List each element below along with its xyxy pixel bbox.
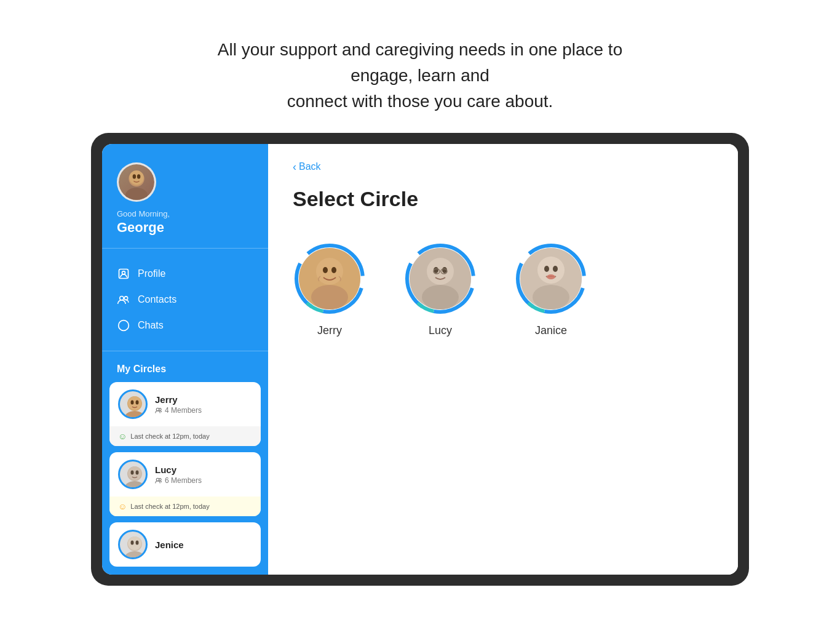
profile-icon: [117, 267, 130, 281]
circle-option-name-jerry: Jerry: [317, 324, 342, 337]
svg-point-21: [136, 471, 139, 475]
svg-point-8: [124, 297, 128, 300]
circle-avatar-jerry: [118, 389, 148, 419]
svg-point-33: [323, 267, 328, 273]
circle-card-jenice[interactable]: Jenice: [109, 522, 261, 567]
svg-point-18: [125, 481, 145, 489]
svg-point-48: [537, 257, 565, 284]
my-circles-label: My Circles: [102, 361, 268, 382]
device-screen: Good Morning, George: [102, 144, 738, 575]
nav-item-chats[interactable]: Chats: [102, 313, 268, 338]
chats-label: Chats: [138, 320, 164, 331]
svg-point-3: [133, 174, 136, 178]
profile-label: Profile: [138, 268, 165, 279]
svg-point-23: [159, 478, 161, 480]
circle-option-name-lucy: Lucy: [429, 324, 452, 337]
sidebar-circles-section: My Circles: [102, 351, 268, 575]
circle-footer-lucy: ☺ Last check at 12pm, today: [109, 496, 261, 516]
ring-container-jerry: [293, 242, 367, 316]
circle-avatar-jenice: [118, 530, 148, 559]
svg-point-26: [128, 536, 141, 550]
svg-point-50: [553, 266, 558, 272]
circle-name-jenice: Jenice: [155, 540, 184, 550]
svg-point-28: [136, 541, 139, 545]
circle-info-lucy: Lucy 6 Members: [155, 465, 202, 485]
circle-avatar-lucy: [118, 460, 148, 489]
circle-card-top-jerry: Jerry 4 Members: [109, 382, 261, 426]
tagline: All your support and caregiving needs in…: [174, 0, 666, 133]
circle-name-lucy: Lucy: [155, 465, 202, 475]
svg-point-4: [137, 174, 140, 178]
svg-point-35: [311, 285, 348, 309]
circle-option-lucy[interactable]: Lucy: [403, 242, 477, 337]
sidebar-header: Good Morning, George: [102, 144, 268, 249]
svg-point-27: [131, 541, 134, 545]
circle-members-lucy: 6 Members: [155, 476, 202, 485]
circle-photo-lucy: [410, 248, 471, 309]
svg-point-49: [544, 266, 549, 272]
circle-lastcheck-lucy: Last check at 12pm, today: [130, 503, 209, 510]
svg-point-39: [427, 258, 454, 285]
svg-point-42: [422, 285, 459, 309]
svg-point-11: [125, 411, 145, 419]
circle-footer-jerry: ☺ Last check at 12pm, today: [109, 426, 261, 446]
circle-option-jerry[interactable]: Jerry: [293, 242, 367, 337]
circle-lastcheck-jerry: Last check at 12pm, today: [130, 433, 209, 440]
svg-point-51: [533, 285, 569, 309]
chats-icon: [117, 319, 130, 332]
sidebar: Good Morning, George: [102, 144, 268, 575]
back-chevron-icon: ‹: [293, 161, 296, 172]
tagline-line2: connect with those you care about.: [287, 92, 553, 111]
ring-container-lucy: [403, 242, 477, 316]
svg-point-1: [125, 188, 148, 200]
page-wrapper: All your support and caregiving needs in…: [0, 0, 840, 630]
user-avatar: [117, 162, 156, 202]
sidebar-nav: Profile: [102, 249, 268, 351]
svg-point-25: [125, 551, 145, 559]
svg-point-32: [316, 258, 343, 285]
circle-name-jerry: Jerry: [155, 394, 202, 405]
back-button[interactable]: ‹ Back: [293, 161, 713, 172]
circle-option-janice[interactable]: Janice: [514, 242, 588, 337]
tagline-line1: All your support and caregiving needs in…: [218, 40, 622, 85]
svg-point-14: [136, 401, 139, 405]
contacts-icon: [117, 293, 130, 306]
user-name: George: [117, 220, 253, 236]
circle-info-jerry: Jerry 4 Members: [155, 394, 202, 415]
back-label: Back: [299, 161, 321, 172]
svg-point-13: [131, 401, 134, 405]
ring-container-janice: [514, 242, 588, 316]
device-frame: Good Morning, George: [91, 133, 749, 586]
greeting-text: Good Morning,: [117, 209, 253, 218]
nav-item-profile[interactable]: Profile: [102, 261, 268, 287]
circle-photo-jerry: [299, 248, 360, 309]
nav-item-contacts[interactable]: Contacts: [102, 287, 268, 313]
circle-card-lucy[interactable]: Lucy 6 Members: [109, 452, 261, 516]
circle-card-top-lucy: Lucy 6 Members: [109, 452, 261, 496]
circle-photo-janice: [520, 248, 582, 309]
svg-point-7: [120, 297, 124, 300]
main-content: ‹ Back Select Circle: [268, 144, 738, 575]
svg-point-2: [129, 170, 144, 185]
select-circle-title: Select Circle: [293, 187, 713, 211]
user-avatar-face: [119, 164, 154, 200]
svg-point-20: [131, 471, 134, 475]
contacts-label: Contacts: [138, 294, 176, 305]
svg-point-34: [331, 267, 336, 273]
circle-card-jerry[interactable]: Jerry 4 Members: [109, 382, 261, 446]
circles-grid: Jerry: [293, 242, 713, 337]
svg-point-16: [159, 408, 161, 410]
circle-option-name-janice: Janice: [535, 324, 567, 337]
circle-members-jerry: 4 Members: [155, 406, 202, 415]
svg-point-9: [119, 321, 129, 331]
